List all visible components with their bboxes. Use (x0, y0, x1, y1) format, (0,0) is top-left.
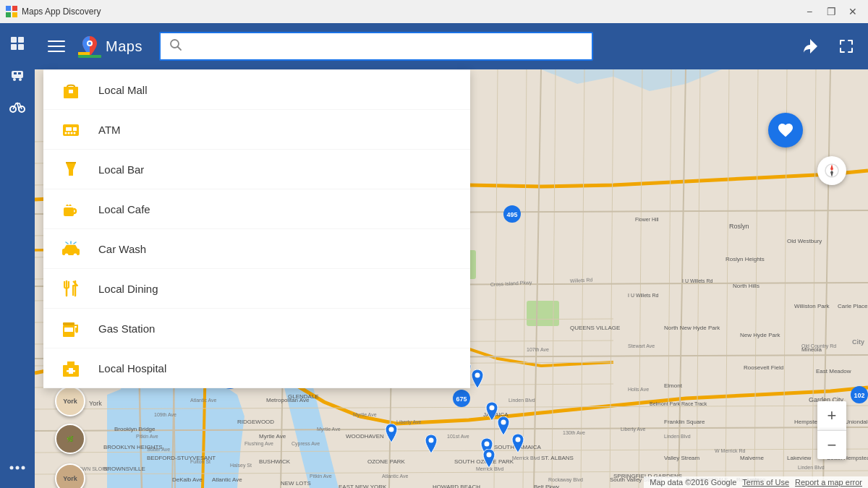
dropdown-item-local-dining[interactable]: Local Dining (43, 269, 470, 309)
hamburger-button[interactable] (43, 33, 69, 59)
avatar-circle-3[interactable]: York (55, 463, 85, 488)
avatar-label-2: York (63, 475, 77, 482)
maps-logo-icon (78, 35, 101, 58)
svg-text:Uniondale: Uniondale (845, 419, 868, 425)
svg-rect-21 (78, 55, 101, 58)
svg-text:Valley Stream: Valley Stream (664, 455, 700, 461)
map-marker-9[interactable] (383, 424, 400, 445)
car-wash-label: Car Wash (98, 243, 146, 255)
minimize-button[interactable]: − (800, 2, 819, 21)
svg-text:NEW LOTS: NEW LOTS (281, 480, 311, 487)
svg-text:Liberty Ave: Liberty Ave (396, 419, 422, 425)
search-input[interactable] (188, 40, 583, 53)
svg-point-10 (19, 78, 22, 81)
svg-rect-232 (67, 370, 75, 372)
dropdown-item-car-wash[interactable]: Car Wash (43, 229, 470, 269)
fullscreen-icon (839, 39, 854, 53)
dropdown-item-local-bar[interactable]: Local Bar (43, 150, 470, 189)
directions-button[interactable] (796, 32, 825, 61)
dropdown-item-local-cafe[interactable]: Local Cafe (43, 189, 470, 229)
svg-point-218 (71, 132, 73, 134)
maximize-button[interactable]: ❐ (822, 2, 841, 21)
svg-point-204 (389, 427, 394, 432)
svg-text:Elmont: Elmont (664, 382, 683, 389)
svg-rect-12 (18, 72, 21, 74)
dropdown-item-local-hospital[interactable]: Local Hospital (43, 348, 470, 388)
map-data-text: Map data ©2016 Google (650, 478, 736, 487)
svg-text:Fulton St: Fulton St (190, 459, 210, 464)
svg-text:North Hills: North Hills (733, 283, 760, 289)
svg-text:101st Ave: 101st Ave (447, 434, 469, 439)
local-dining-icon (58, 275, 84, 301)
svg-text:Myrtle Ave: Myrtle Ave (317, 427, 341, 432)
svg-text:Belt Pkwy: Belt Pkwy (534, 484, 559, 488)
avatar-circle-1[interactable]: York (55, 386, 85, 416)
svg-text:495: 495 (506, 211, 517, 218)
sidebar-item-more[interactable] (3, 453, 32, 482)
svg-text:Merrick Blvd: Merrick Blvd (512, 455, 540, 461)
zoom-in-button[interactable]: + (817, 401, 846, 430)
logo-text: Maps (106, 38, 142, 55)
app-container: Maps (0, 23, 868, 488)
svg-text:675: 675 (456, 395, 467, 403)
svg-text:Halsey St: Halsey St (230, 463, 252, 468)
svg-rect-221 (64, 207, 74, 216)
close-button[interactable]: ✕ (843, 2, 862, 21)
favorites-button[interactable] (768, 113, 803, 147)
svg-line-24 (178, 47, 182, 51)
svg-text:North New Hyde Park: North New Hyde Park (664, 325, 720, 331)
svg-point-208 (516, 437, 521, 442)
svg-text:ST. ALBANS: ST. ALBANS (541, 455, 574, 461)
map-marker-12[interactable] (480, 449, 498, 471)
svg-rect-29 (527, 301, 559, 326)
sidebar-item-explore[interactable] (3, 29, 32, 58)
dropdown-item-local-mall[interactable]: Local Mall (43, 70, 470, 110)
sidebar-item-transit[interactable] (3, 61, 32, 90)
report-link[interactable]: Report a map error (795, 478, 862, 487)
more-icon (9, 466, 25, 470)
svg-rect-6 (11, 44, 17, 50)
map-marker-10[interactable] (422, 435, 440, 456)
google-maps-logo (78, 35, 101, 58)
local-bar-label: Local Bar (98, 163, 144, 176)
avatar-photo: 🌿 (67, 436, 74, 442)
svg-text:EAST NEW YORK: EAST NEW YORK (339, 484, 387, 488)
svg-rect-222 (62, 249, 80, 255)
svg-point-216 (65, 132, 67, 134)
svg-rect-0 (6, 6, 11, 11)
avatar-circle-2[interactable]: 🌿 (55, 424, 85, 454)
dropdown-item-atm[interactable]: ATM (43, 110, 470, 150)
svg-point-9 (13, 78, 16, 81)
svg-rect-1 (12, 6, 17, 11)
svg-text:130th Ave: 130th Ave (563, 430, 585, 435)
svg-text:HOWARD BEACH: HOWARD BEACH (433, 484, 480, 488)
svg-text:Roosevelt Field: Roosevelt Field (744, 364, 783, 371)
app-title: Maps App Discovery (22, 7, 101, 17)
svg-point-224 (74, 254, 77, 257)
compass-button[interactable] (817, 156, 846, 185)
search-container (159, 32, 593, 61)
svg-text:City: City (852, 338, 864, 346)
svg-text:102: 102 (854, 392, 864, 399)
svg-text:Holis Ave: Holis Ave (628, 387, 649, 392)
svg-text:Brooklyn Bridge: Brooklyn Bridge (114, 426, 156, 432)
svg-text:Atlantic Ave: Atlantic Ave (190, 398, 217, 403)
top-bar: Maps (35, 23, 868, 69)
zoom-out-button[interactable]: − (817, 430, 846, 459)
map-marker-13[interactable] (509, 434, 527, 455)
map-marker-6[interactable] (469, 369, 486, 391)
svg-point-217 (68, 132, 70, 134)
dropdown-item-gas-station[interactable]: Gas Station (43, 309, 470, 348)
svg-point-205 (429, 438, 434, 443)
atm-label: ATM (98, 124, 121, 136)
svg-text:Sutter Ave: Sutter Ave (147, 447, 170, 452)
sidebar-item-cycling[interactable] (3, 93, 32, 121)
terms-link[interactable]: Terms of Use (742, 478, 789, 487)
svg-text:Old Country Rd: Old Country Rd (801, 343, 836, 349)
local-hospital-icon (58, 355, 84, 381)
fullscreen-button[interactable] (833, 33, 859, 59)
directions-icon (800, 36, 820, 56)
svg-text:BUSHWICK: BUSHWICK (259, 458, 291, 465)
atm-icon (58, 116, 84, 142)
local-mall-icon (58, 77, 84, 103)
